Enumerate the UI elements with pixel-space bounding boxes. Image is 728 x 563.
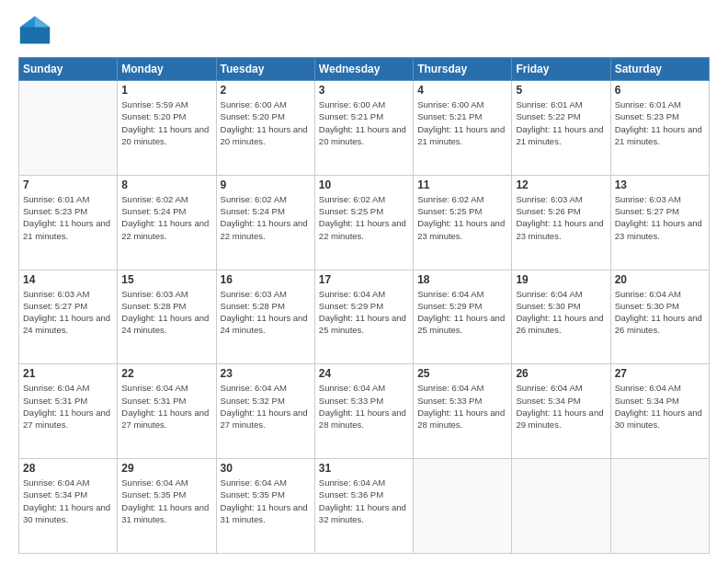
calendar-day-cell: 10Sunrise: 6:02 AM Sunset: 5:25 PM Dayli… xyxy=(314,175,413,270)
day-number: 30 xyxy=(221,462,311,475)
day-number: 6 xyxy=(615,84,705,97)
calendar-day-cell: 26Sunrise: 6:04 AM Sunset: 5:34 PM Dayli… xyxy=(512,364,610,459)
day-number: 17 xyxy=(319,273,409,286)
day-info: Sunrise: 6:03 AM Sunset: 5:28 PM Dayligh… xyxy=(221,288,311,337)
calendar-day-cell: 20Sunrise: 6:04 AM Sunset: 5:30 PM Dayli… xyxy=(610,270,709,364)
calendar-day-header: Wednesday xyxy=(314,58,413,81)
day-number: 11 xyxy=(417,178,507,191)
day-number: 4 xyxy=(417,84,507,97)
day-info: Sunrise: 6:04 AM Sunset: 5:31 PM Dayligh… xyxy=(23,382,113,431)
day-info: Sunrise: 6:04 AM Sunset: 5:33 PM Dayligh… xyxy=(319,382,409,431)
day-number: 20 xyxy=(615,273,705,286)
calendar-day-header: Sunday xyxy=(19,58,118,81)
logo-icon xyxy=(18,15,51,48)
calendar-day-cell: 25Sunrise: 6:04 AM Sunset: 5:33 PM Dayli… xyxy=(414,364,512,459)
day-number: 26 xyxy=(516,367,606,380)
day-info: Sunrise: 6:01 AM Sunset: 5:23 PM Dayligh… xyxy=(23,193,113,242)
page: SundayMondayTuesdayWednesdayThursdayFrid… xyxy=(0,0,728,563)
day-number: 12 xyxy=(516,178,606,191)
calendar-day-header: Friday xyxy=(512,58,610,81)
day-info: Sunrise: 6:04 AM Sunset: 5:34 PM Dayligh… xyxy=(516,382,606,431)
calendar-day-cell: 16Sunrise: 6:03 AM Sunset: 5:28 PM Dayli… xyxy=(216,270,314,364)
day-number: 14 xyxy=(23,273,113,286)
calendar-week-row: 7Sunrise: 6:01 AM Sunset: 5:23 PM Daylig… xyxy=(19,175,710,270)
calendar-day-cell xyxy=(610,459,709,554)
calendar-day-cell: 17Sunrise: 6:04 AM Sunset: 5:29 PM Dayli… xyxy=(314,270,413,364)
day-number: 1 xyxy=(121,84,211,97)
calendar-table: SundayMondayTuesdayWednesdayThursdayFrid… xyxy=(18,57,710,554)
day-info: Sunrise: 6:03 AM Sunset: 5:27 PM Dayligh… xyxy=(615,193,705,242)
calendar-week-row: 14Sunrise: 6:03 AM Sunset: 5:27 PM Dayli… xyxy=(19,270,710,364)
calendar-day-cell: 18Sunrise: 6:04 AM Sunset: 5:29 PM Dayli… xyxy=(414,270,512,364)
calendar-day-cell: 24Sunrise: 6:04 AM Sunset: 5:33 PM Dayli… xyxy=(314,364,413,459)
calendar-day-cell: 14Sunrise: 6:03 AM Sunset: 5:27 PM Dayli… xyxy=(19,270,118,364)
day-info: Sunrise: 6:02 AM Sunset: 5:24 PM Dayligh… xyxy=(221,193,311,242)
day-info: Sunrise: 6:04 AM Sunset: 5:30 PM Dayligh… xyxy=(516,288,606,337)
day-info: Sunrise: 6:04 AM Sunset: 5:29 PM Dayligh… xyxy=(417,288,507,337)
calendar-day-header: Tuesday xyxy=(216,58,314,81)
day-info: Sunrise: 6:03 AM Sunset: 5:28 PM Dayligh… xyxy=(121,288,211,337)
calendar-day-cell: 8Sunrise: 6:02 AM Sunset: 5:24 PM Daylig… xyxy=(118,175,216,270)
day-number: 10 xyxy=(319,178,409,191)
calendar-day-cell: 21Sunrise: 6:04 AM Sunset: 5:31 PM Dayli… xyxy=(19,364,118,459)
calendar-day-cell: 9Sunrise: 6:02 AM Sunset: 5:24 PM Daylig… xyxy=(216,175,314,270)
calendar-day-cell: 30Sunrise: 6:04 AM Sunset: 5:35 PM Dayli… xyxy=(216,459,314,554)
day-info: Sunrise: 6:02 AM Sunset: 5:25 PM Dayligh… xyxy=(319,193,409,242)
day-info: Sunrise: 6:01 AM Sunset: 5:23 PM Dayligh… xyxy=(615,98,705,147)
day-info: Sunrise: 6:04 AM Sunset: 5:35 PM Dayligh… xyxy=(221,477,311,525)
day-number: 15 xyxy=(121,273,211,286)
day-info: Sunrise: 6:03 AM Sunset: 5:26 PM Dayligh… xyxy=(516,193,606,242)
calendar-day-cell: 27Sunrise: 6:04 AM Sunset: 5:34 PM Dayli… xyxy=(610,364,709,459)
day-number: 23 xyxy=(221,367,311,380)
day-info: Sunrise: 6:04 AM Sunset: 5:34 PM Dayligh… xyxy=(615,382,705,431)
calendar-day-header: Thursday xyxy=(414,58,512,81)
calendar-day-cell: 12Sunrise: 6:03 AM Sunset: 5:26 PM Dayli… xyxy=(512,175,610,270)
calendar-week-row: 28Sunrise: 6:04 AM Sunset: 5:34 PM Dayli… xyxy=(19,459,710,554)
day-info: Sunrise: 6:04 AM Sunset: 5:29 PM Dayligh… xyxy=(319,288,409,337)
day-info: Sunrise: 6:02 AM Sunset: 5:25 PM Dayligh… xyxy=(417,193,507,242)
day-info: Sunrise: 6:00 AM Sunset: 5:21 PM Dayligh… xyxy=(417,98,507,147)
calendar-day-cell: 3Sunrise: 6:00 AM Sunset: 5:21 PM Daylig… xyxy=(314,81,413,176)
day-number: 29 xyxy=(121,462,211,475)
calendar-day-cell: 13Sunrise: 6:03 AM Sunset: 5:27 PM Dayli… xyxy=(610,175,709,270)
calendar-day-cell: 7Sunrise: 6:01 AM Sunset: 5:23 PM Daylig… xyxy=(19,175,118,270)
calendar-header-row: SundayMondayTuesdayWednesdayThursdayFrid… xyxy=(19,58,710,81)
day-number: 13 xyxy=(615,178,705,191)
day-info: Sunrise: 6:01 AM Sunset: 5:22 PM Dayligh… xyxy=(516,98,606,147)
day-number: 2 xyxy=(221,84,311,97)
calendar-day-cell: 28Sunrise: 6:04 AM Sunset: 5:34 PM Dayli… xyxy=(19,459,118,554)
day-info: Sunrise: 6:00 AM Sunset: 5:20 PM Dayligh… xyxy=(221,98,311,147)
calendar-day-cell: 19Sunrise: 6:04 AM Sunset: 5:30 PM Dayli… xyxy=(512,270,610,364)
calendar-day-cell xyxy=(414,459,512,554)
calendar-day-cell: 5Sunrise: 6:01 AM Sunset: 5:22 PM Daylig… xyxy=(512,81,610,176)
day-number: 31 xyxy=(319,462,409,475)
calendar-day-header: Monday xyxy=(118,58,216,81)
calendar-day-cell: 31Sunrise: 6:04 AM Sunset: 5:36 PM Dayli… xyxy=(314,459,413,554)
calendar-day-cell xyxy=(19,81,118,176)
day-number: 24 xyxy=(319,367,409,380)
day-number: 7 xyxy=(23,178,113,191)
day-number: 28 xyxy=(23,462,113,475)
day-number: 5 xyxy=(516,84,606,97)
day-info: Sunrise: 6:04 AM Sunset: 5:30 PM Dayligh… xyxy=(615,288,705,337)
calendar-day-cell: 4Sunrise: 6:00 AM Sunset: 5:21 PM Daylig… xyxy=(414,81,512,176)
day-number: 25 xyxy=(417,367,507,380)
day-number: 9 xyxy=(221,178,311,191)
day-number: 16 xyxy=(221,273,311,286)
day-info: Sunrise: 6:04 AM Sunset: 5:33 PM Dayligh… xyxy=(417,382,507,431)
day-number: 18 xyxy=(417,273,507,286)
calendar-day-cell xyxy=(512,459,610,554)
day-number: 27 xyxy=(615,367,705,380)
day-info: Sunrise: 6:04 AM Sunset: 5:32 PM Dayligh… xyxy=(221,382,311,431)
calendar-day-cell: 6Sunrise: 6:01 AM Sunset: 5:23 PM Daylig… xyxy=(610,81,709,176)
header xyxy=(18,15,710,48)
calendar-day-cell: 29Sunrise: 6:04 AM Sunset: 5:35 PM Dayli… xyxy=(118,459,216,554)
day-info: Sunrise: 6:00 AM Sunset: 5:21 PM Dayligh… xyxy=(319,98,409,147)
day-number: 22 xyxy=(121,367,211,380)
day-info: Sunrise: 6:04 AM Sunset: 5:31 PM Dayligh… xyxy=(121,382,211,431)
day-number: 21 xyxy=(23,367,113,380)
calendar-day-cell: 15Sunrise: 6:03 AM Sunset: 5:28 PM Dayli… xyxy=(118,270,216,364)
svg-marker-1 xyxy=(35,17,50,28)
day-info: Sunrise: 6:03 AM Sunset: 5:27 PM Dayligh… xyxy=(23,288,113,337)
calendar-day-cell: 2Sunrise: 6:00 AM Sunset: 5:20 PM Daylig… xyxy=(216,81,314,176)
